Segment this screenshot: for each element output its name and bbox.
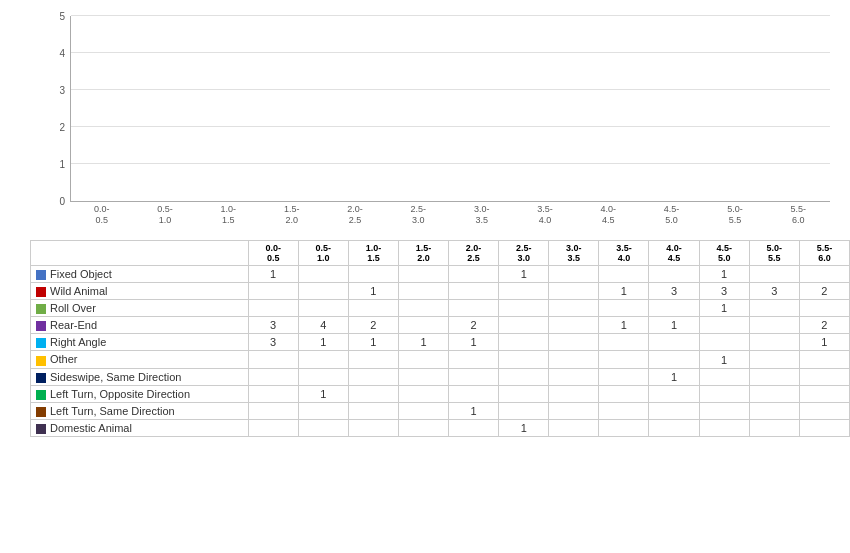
table-cell-4-3: 1 xyxy=(398,334,448,351)
legend-swatch-4 xyxy=(36,338,46,348)
table-header-9: 4.5-5.0 xyxy=(699,241,749,266)
table-cell-1-2: 1 xyxy=(348,283,398,300)
x-labels: 0.0-0.50.5-1.01.0-1.51.5-2.02.0-2.52.5-3… xyxy=(70,202,830,226)
table-cell-0-9: 1 xyxy=(699,266,749,283)
y-ticks: 012345 xyxy=(39,16,69,201)
x-label-0: 0.0-0.5 xyxy=(70,202,133,226)
table-header-2: 1.0-1.5 xyxy=(348,241,398,266)
table-cell-4-5 xyxy=(499,334,549,351)
x-label-3: 1.5-2.0 xyxy=(260,202,323,226)
x-label-8: 4.0-4.5 xyxy=(577,202,640,226)
table-cell-4-8 xyxy=(649,334,699,351)
table-header-11: 5.5-6.0 xyxy=(799,241,849,266)
table-cell-9-3 xyxy=(398,419,448,436)
table-cell-5-6 xyxy=(549,351,599,368)
table-cell-3-1: 4 xyxy=(298,317,348,334)
table-header-5: 2.5-3.0 xyxy=(499,241,549,266)
table-cell-1-5 xyxy=(499,283,549,300)
table-cell-4-2: 1 xyxy=(348,334,398,351)
table-cell-4-6 xyxy=(549,334,599,351)
table-cell-1-1 xyxy=(298,283,348,300)
legend-label-1: Wild Animal xyxy=(31,283,249,300)
table-cell-7-3 xyxy=(398,385,448,402)
legend-label-4: Right Angle xyxy=(31,334,249,351)
table-cell-2-9: 1 xyxy=(699,300,749,317)
table-header-4: 2.0-2.5 xyxy=(449,241,499,266)
table-cell-8-4: 1 xyxy=(449,402,499,419)
table-cell-1-4 xyxy=(449,283,499,300)
legend-table-wrapper: 0.0-0.50.5-1.01.0-1.51.5-2.02.0-2.52.5-3… xyxy=(20,232,830,437)
table-row: Roll Over1 xyxy=(31,300,850,317)
table-cell-4-4: 1 xyxy=(449,334,499,351)
table-cell-5-4 xyxy=(449,351,499,368)
table-cell-6-11 xyxy=(799,368,849,385)
legend-label-text-6: Sideswipe, Same Direction xyxy=(50,371,181,383)
legend-label-text-0: Fixed Object xyxy=(50,268,112,280)
legend-label-text-9: Domestic Animal xyxy=(50,422,132,434)
table-header-1: 0.5-1.0 xyxy=(298,241,348,266)
table-cell-8-1 xyxy=(298,402,348,419)
table-cell-3-3 xyxy=(398,317,448,334)
table-cell-9-5: 1 xyxy=(499,419,549,436)
table-cell-3-8: 1 xyxy=(649,317,699,334)
table-cell-7-10 xyxy=(749,385,799,402)
legend-label-text-7: Left Turn, Opposite Direction xyxy=(50,388,190,400)
chart-plot: 012345 xyxy=(70,16,830,202)
table-cell-2-6 xyxy=(549,300,599,317)
legend-swatch-5 xyxy=(36,356,46,366)
legend-label-text-2: Roll Over xyxy=(50,302,96,314)
table-cell-6-4 xyxy=(449,368,499,385)
table-cell-0-2 xyxy=(348,266,398,283)
x-label-4: 2.0-2.5 xyxy=(323,202,386,226)
x-label-7: 3.5-4.0 xyxy=(513,202,576,226)
table-cell-5-9: 1 xyxy=(699,351,749,368)
legend-label-text-3: Rear-End xyxy=(50,319,97,331)
table-cell-0-10 xyxy=(749,266,799,283)
table-cell-8-0 xyxy=(248,402,298,419)
table-cell-6-0 xyxy=(248,368,298,385)
legend-label-5: Other xyxy=(31,351,249,368)
legend-label-0: Fixed Object xyxy=(31,266,249,283)
table-cell-3-2: 2 xyxy=(348,317,398,334)
table-cell-9-7 xyxy=(599,419,649,436)
table-header-3: 1.5-2.0 xyxy=(398,241,448,266)
table-cell-5-5 xyxy=(499,351,549,368)
table-cell-4-1: 1 xyxy=(298,334,348,351)
legend-label-8: Left Turn, Same Direction xyxy=(31,402,249,419)
legend-swatch-1 xyxy=(36,287,46,297)
table-cell-8-6 xyxy=(549,402,599,419)
x-label-10: 5.0-5.5 xyxy=(703,202,766,226)
table-cell-3-4: 2 xyxy=(449,317,499,334)
table-cell-9-0 xyxy=(248,419,298,436)
legend-label-text-4: Right Angle xyxy=(50,336,106,348)
legend-label-2: Roll Over xyxy=(31,300,249,317)
table-cell-2-7 xyxy=(599,300,649,317)
legend-swatch-9 xyxy=(36,424,46,434)
table-cell-0-1 xyxy=(298,266,348,283)
y-axis-label xyxy=(20,16,38,226)
table-cell-7-0 xyxy=(248,385,298,402)
table-cell-9-6 xyxy=(549,419,599,436)
bars-container xyxy=(71,16,830,201)
table-row: Domestic Animal1 xyxy=(31,419,850,436)
table-row: Rear-End3422112 xyxy=(31,317,850,334)
table-cell-1-10: 3 xyxy=(749,283,799,300)
table-cell-0-7 xyxy=(599,266,649,283)
table-cell-8-3 xyxy=(398,402,448,419)
table-cell-6-1 xyxy=(298,368,348,385)
table-header-0: 0.0-0.5 xyxy=(248,241,298,266)
table-cell-5-1 xyxy=(298,351,348,368)
table-cell-3-5 xyxy=(499,317,549,334)
table-row: Wild Animal113332 xyxy=(31,283,850,300)
table-cell-4-7 xyxy=(599,334,649,351)
table-header-8: 4.0-4.5 xyxy=(649,241,699,266)
table-cell-2-1 xyxy=(298,300,348,317)
table-cell-6-6 xyxy=(549,368,599,385)
table-cell-4-0: 3 xyxy=(248,334,298,351)
legend-swatch-8 xyxy=(36,407,46,417)
table-cell-9-10 xyxy=(749,419,799,436)
legend-swatch-0 xyxy=(36,270,46,280)
x-label-2: 1.0-1.5 xyxy=(197,202,260,226)
x-label-6: 3.0-3.5 xyxy=(450,202,513,226)
table-cell-6-10 xyxy=(749,368,799,385)
